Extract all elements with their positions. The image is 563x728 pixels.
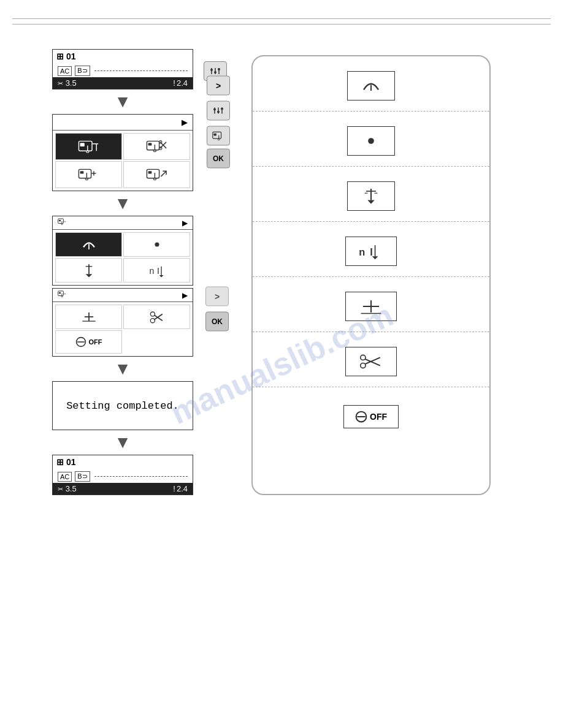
setting-completed-text: Setting completed. — [66, 400, 179, 412]
lcd-screen-5: ⊞ 01 AC B⊃ ✂ 3.5 ! — [52, 455, 193, 495]
svg-rect-33 — [148, 171, 151, 173]
svg-marker-78 — [367, 200, 374, 203]
plus-line-icon — [79, 308, 99, 325]
section-icon-box-curve — [347, 71, 395, 100]
sewing-scissors-icon — [146, 137, 168, 156]
scissors-icon — [147, 308, 167, 325]
tension-value-1: ! 2.4 — [173, 78, 188, 88]
next-button-2[interactable]: > — [207, 75, 230, 95]
svg-text:+: + — [64, 292, 66, 295]
left-column: ⊞ 01 AC B⊃ ✂ 3.5 ! — [12, 49, 233, 495]
svg-marker-60 — [159, 275, 163, 278]
arrow-down-3: ▼ — [114, 360, 131, 377]
menu-cell-3[interactable] — [55, 161, 122, 188]
submenu-icon-4: + — [58, 290, 66, 300]
svg-point-76 — [368, 138, 374, 144]
right-panel: n I — [251, 55, 491, 495]
svg-rect-62 — [59, 292, 61, 294]
dot-section-icon — [359, 131, 383, 151]
menu-cell-1[interactable] — [55, 133, 122, 160]
b-icon: B⊃ — [75, 66, 90, 76]
speed-value-5: ✂ 3.5 — [58, 484, 77, 493]
right-section-off: OFF — [253, 387, 489, 442]
right-section-curve — [253, 56, 489, 112]
submenu-cell-needle[interactable] — [55, 258, 122, 282]
sewing-lightning-icon — [78, 165, 100, 184]
svg-point-1 — [210, 69, 213, 71]
ok-button-4[interactable]: OK — [205, 311, 229, 331]
dashed-line-1 — [94, 70, 188, 71]
settings-button-2[interactable] — [207, 100, 230, 120]
tension-value-5: ! 2.4 — [173, 484, 188, 493]
step4-button-group: > OK — [205, 286, 229, 331]
svg-marker-85 — [372, 256, 378, 259]
lcd-screen-4: + ▶ — [52, 288, 193, 357]
right-section-nl: n I — [253, 222, 489, 277]
svg-rect-27 — [80, 171, 83, 173]
submenu-grid-3: n I — [53, 230, 193, 285]
svg-point-21 — [153, 150, 156, 152]
main-layout: ⊞ 01 AC B⊃ ✂ 3.5 ! — [12, 49, 551, 495]
submenu-cell-dot[interactable] — [123, 232, 190, 257]
svg-point-89 — [361, 355, 366, 360]
svg-point-46 — [218, 138, 220, 140]
svg-point-50 — [61, 224, 63, 225]
menu-header-2: ▶ — [53, 115, 193, 131]
submenu-arrow-3: ▶ — [182, 219, 188, 227]
speed-value-1: ✂ 3.5 — [58, 78, 77, 88]
ac-icon: AC — [58, 66, 72, 76]
svg-line-72 — [154, 314, 162, 320]
section-icon-box-dot — [347, 126, 395, 156]
settings-icon-2 — [212, 104, 224, 116]
submenu-cell-off[interactable]: OFF — [55, 330, 122, 354]
screen3-wrapper: + ▶ — [52, 216, 193, 286]
needle-pos-icon — [79, 262, 99, 279]
no-entry-icon — [355, 411, 367, 423]
setting-completed-box: Setting completed. — [52, 381, 193, 430]
submenu-cell-plus-line[interactable] — [55, 305, 122, 329]
menu-cell-4[interactable] — [123, 161, 190, 188]
ok-button-2[interactable]: OK — [207, 148, 230, 168]
svg-point-42 — [221, 107, 223, 110]
lcd-footer-5: ✂ 3.5 ! 2.4 — [53, 483, 193, 495]
plus-line-section-icon — [357, 296, 385, 317]
svg-text:I: I — [157, 266, 159, 276]
section-icon-box-scissors — [345, 347, 397, 376]
submenu-header-3: + ▶ — [53, 216, 193, 230]
right-section-needle — [253, 167, 489, 222]
lcd5-icons: AC B⊃ — [53, 469, 193, 483]
lcd-footer-1: ✂ 3.5 ! 2.4 — [53, 77, 193, 89]
svg-point-38 — [213, 108, 216, 110]
header-num-5: 01 — [66, 457, 76, 467]
dashed-line-5 — [94, 476, 188, 477]
svg-rect-13 — [80, 143, 84, 146]
grid-icon-5: ⊞ — [56, 457, 64, 467]
svg-point-15 — [86, 151, 88, 153]
submenu-cell-scissors[interactable] — [123, 305, 190, 329]
svg-point-53 — [155, 242, 159, 246]
lcd-screen-2: ▶ — [52, 114, 193, 191]
submenu-icon-3: + — [58, 218, 66, 228]
sew-button-2[interactable] — [207, 126, 230, 145]
right-section-plus-line — [253, 277, 489, 332]
arrow-down-1: ▼ — [114, 93, 131, 110]
section-icon-box-nl: n I — [345, 237, 397, 266]
lcd-screen-1: ⊞ 01 AC B⊃ ✂ 3.5 ! — [52, 49, 193, 89]
ac-icon-5: AC — [58, 472, 72, 482]
top-rule-2 — [12, 24, 551, 25]
menu-cell-2[interactable] — [123, 133, 190, 160]
off-text: OFF — [370, 412, 387, 422]
submenu-cell-nl[interactable]: n I — [123, 258, 190, 282]
svg-rect-19 — [148, 143, 151, 145]
top-rule-1 — [12, 18, 551, 19]
submenu-cell-curve[interactable] — [55, 232, 122, 257]
svg-text:n: n — [149, 266, 154, 276]
svg-line-36 — [161, 171, 166, 176]
dot-icon — [147, 236, 167, 253]
svg-point-64 — [61, 296, 63, 297]
svg-point-35 — [153, 178, 156, 180]
right-section-scissors — [253, 332, 489, 387]
svg-point-29 — [85, 178, 88, 180]
submenu-arrow-4: ▶ — [182, 291, 188, 300]
next-button-4[interactable]: > — [205, 286, 229, 306]
